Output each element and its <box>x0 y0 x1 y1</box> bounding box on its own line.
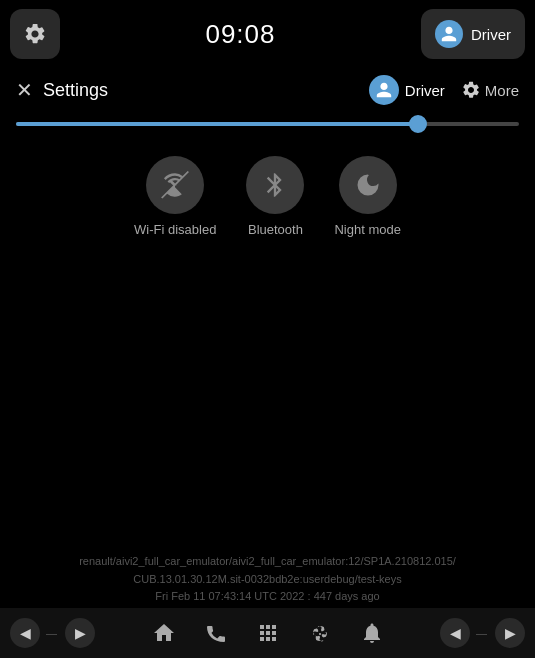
bluetooth-label: Bluetooth <box>248 222 303 237</box>
nightmode-label: Night mode <box>334 222 400 237</box>
nav-center-icons <box>152 621 384 645</box>
brightness-slider-container <box>0 112 535 136</box>
bottom-nav: ◀ — ▶ <box>0 608 535 658</box>
wifi-toggle-button[interactable] <box>146 156 204 214</box>
apps-nav-button[interactable] <box>256 621 280 645</box>
phone-icon <box>204 621 228 645</box>
more-label: More <box>485 82 519 99</box>
build-line3: Fri Feb 11 07:43:14 UTC 2022 : 447 days … <box>10 588 525 606</box>
notification-nav-button[interactable] <box>360 621 384 645</box>
wifi-off-icon <box>161 171 189 199</box>
build-info: renault/aivi2_full_car_emulator/aivi2_fu… <box>0 553 535 606</box>
wifi-label: Wi-Fi disabled <box>134 222 216 237</box>
build-line1: renault/aivi2_full_car_emulator/aivi2_fu… <box>10 553 525 571</box>
bluetooth-toggle: Bluetooth <box>246 156 304 237</box>
nightmode-toggle: Night mode <box>334 156 400 237</box>
slider-fill <box>16 122 418 126</box>
fan-nav-button[interactable] <box>308 621 332 645</box>
person-small-icon <box>375 81 393 99</box>
nav-dots-right: — <box>476 627 489 639</box>
fan-icon <box>308 621 332 645</box>
build-line2: CUB.13.01.30.12M.sit-0032bdb2e:userdebug… <box>10 571 525 589</box>
driver-button[interactable]: Driver <box>421 9 525 59</box>
settings-right-group: Driver More <box>369 75 519 105</box>
more-button[interactable]: More <box>461 80 519 100</box>
gear-small-icon <box>461 80 481 100</box>
driver-label: Driver <box>471 26 511 43</box>
settings-header: ✕ Settings Driver More <box>0 68 535 112</box>
home-nav-button[interactable] <box>152 621 176 645</box>
nav-prev-button[interactable]: ◀ <box>10 618 40 648</box>
home-icon <box>152 621 176 645</box>
nav-right-prev-button[interactable]: ◀ <box>440 618 470 648</box>
settings-title: Settings <box>43 80 108 101</box>
nav-dots-left: — <box>46 627 59 639</box>
driver-circle-icon <box>369 75 399 105</box>
nightmode-toggle-button[interactable] <box>339 156 397 214</box>
bluetooth-icon <box>261 171 289 199</box>
clock-display: 09:08 <box>205 19 275 50</box>
close-icon[interactable]: ✕ <box>16 78 33 102</box>
phone-nav-button[interactable] <box>204 621 228 645</box>
toggles-row: Wi-Fi disabled Bluetooth Night mode <box>0 136 535 257</box>
nav-right-next-button[interactable]: ▶ <box>495 618 525 648</box>
nav-left-group: ◀ — ▶ <box>10 618 95 648</box>
apps-icon <box>256 621 280 645</box>
nav-right-group: ◀ — ▶ <box>440 618 525 648</box>
slider-thumb[interactable] <box>409 115 427 133</box>
bluetooth-toggle-button[interactable] <box>246 156 304 214</box>
night-mode-icon <box>354 171 382 199</box>
gear-icon <box>23 22 47 46</box>
bell-icon <box>360 621 384 645</box>
driver-avatar <box>435 20 463 48</box>
nav-next-button[interactable]: ▶ <box>65 618 95 648</box>
settings-driver-name: Driver <box>405 82 445 99</box>
person-icon <box>440 25 458 43</box>
top-bar: 09:08 Driver <box>0 0 535 68</box>
gear-button[interactable] <box>10 9 60 59</box>
settings-close-group[interactable]: ✕ Settings <box>16 78 108 102</box>
wifi-toggle: Wi-Fi disabled <box>134 156 216 237</box>
slider-track[interactable] <box>16 122 519 126</box>
